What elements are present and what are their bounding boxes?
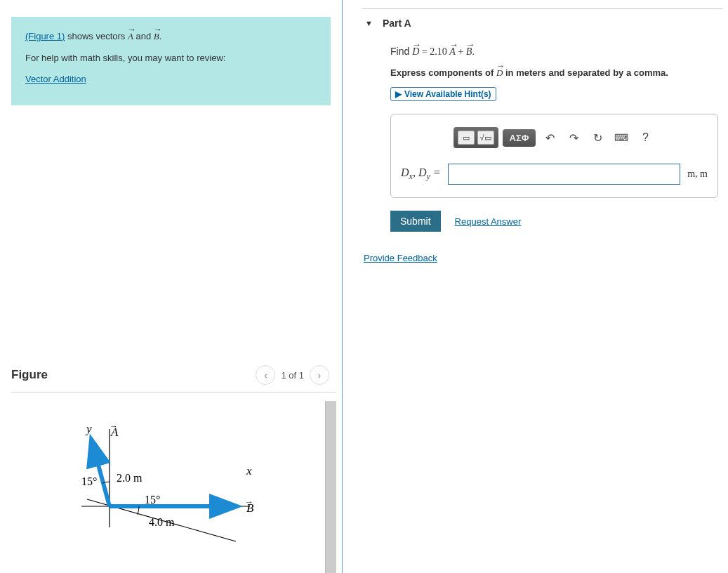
left-pane: (Figure 1) shows vectors A and B. For he… xyxy=(0,0,343,573)
redo-button[interactable]: ↷ xyxy=(564,128,583,147)
undo-button[interactable]: ↶ xyxy=(540,128,560,147)
vector-B-symbol-2: B xyxy=(466,46,472,58)
fraction-icon: ▭ xyxy=(458,131,475,145)
vector-A-symbol: A xyxy=(128,28,133,46)
keyboard-button[interactable]: ⌨ xyxy=(611,128,631,147)
submit-row: Submit Request Answer xyxy=(390,211,718,232)
provide-feedback-link[interactable]: Provide Feedback xyxy=(362,253,437,263)
vector-addition-link[interactable]: Vector Addition xyxy=(25,74,86,84)
answer-input[interactable] xyxy=(448,164,681,185)
svg-text:→: → xyxy=(245,497,253,507)
figure-svg: y x A → B → 2.0 m 4.0 m 15° 15° xyxy=(11,401,325,573)
find-line: Find D = 2.10 A + B. xyxy=(390,46,718,58)
hints-chevron-icon: ▶ xyxy=(395,89,402,99)
B-angle: 15° xyxy=(145,494,160,506)
axis-x-label: x xyxy=(246,464,252,477)
submit-button[interactable]: Submit xyxy=(390,211,441,232)
answer-toolbar: ▭ √▭ ΑΣΦ ↶ ↷ ↻ ⌨ ? xyxy=(401,127,708,148)
part-a-label: Part A xyxy=(383,18,411,29)
help-button[interactable]: ? xyxy=(635,128,655,147)
express-prefix: Express components of xyxy=(390,67,496,78)
find-prefix: Find xyxy=(390,46,412,57)
view-hints-button[interactable]: ▶ View Available Hint(s) xyxy=(390,87,496,101)
request-answer-link[interactable]: Request Answer xyxy=(455,216,522,227)
info-box: (Figure 1) shows vectors A and B. For he… xyxy=(11,17,331,105)
equals-coeff: = 2.10 xyxy=(419,46,449,57)
axis-y-label: y xyxy=(85,422,92,435)
reset-button[interactable]: ↻ xyxy=(588,128,607,147)
figure-header: Figure ‹ 1 of 1 › xyxy=(11,365,336,393)
right-pane: ▼ Part A Find D = 2.10 A + B. Express co… xyxy=(343,0,728,573)
units-label: m, m xyxy=(687,169,708,180)
part-a-header[interactable]: ▼ Part A xyxy=(365,18,728,29)
svg-line-3 xyxy=(92,442,110,506)
greek-tool-button[interactable]: ΑΣΦ xyxy=(503,129,536,147)
question-block: Find D = 2.10 A + B. Express components … xyxy=(390,46,728,232)
pager-prev-button[interactable]: ‹ xyxy=(256,365,275,385)
B-magnitude: 4.0 m xyxy=(149,516,175,528)
root-icon: √▭ xyxy=(477,131,494,145)
vector-D-symbol: D xyxy=(412,46,419,58)
figure-1-link[interactable]: (Figure 1) xyxy=(25,31,65,41)
info-shows: shows vectors xyxy=(65,31,128,41)
pager-label: 1 of 1 xyxy=(281,370,304,381)
pager-next-button[interactable]: › xyxy=(310,365,329,385)
vector-B-symbol: B xyxy=(154,28,159,46)
info-and: and xyxy=(133,31,154,41)
answer-row: Dx, Dy = m, m xyxy=(401,164,708,185)
collapse-icon: ▼ xyxy=(365,19,373,27)
figure-area: y x A → B → 2.0 m 4.0 m 15° 15° xyxy=(11,401,336,573)
figure-pager: ‹ 1 of 1 › xyxy=(256,365,329,385)
vector-D-symbol-2: D xyxy=(496,67,503,79)
express-suffix: in meters and separated by a comma. xyxy=(503,67,668,78)
A-angle: 15° xyxy=(81,475,97,487)
answer-label: Dx, Dy = xyxy=(401,166,441,182)
hints-label: View Available Hint(s) xyxy=(404,89,491,99)
vector-A-symbol-2: A xyxy=(449,46,456,58)
figure-scrollbar[interactable] xyxy=(325,401,336,573)
svg-text:→: → xyxy=(110,421,118,431)
express-line: Express components of D in meters and se… xyxy=(390,67,718,79)
top-divider xyxy=(362,8,722,9)
help-text: For help with math skills, you may want … xyxy=(25,50,317,67)
answer-box: ▭ √▭ ΑΣΦ ↶ ↷ ↻ ⌨ ? Dx, Dy = xyxy=(390,114,718,198)
template-tool-group[interactable]: ▭ √▭ xyxy=(454,127,498,148)
A-magnitude: 2.0 m xyxy=(117,472,143,484)
figure-title: Figure xyxy=(11,368,48,382)
greek-label: ΑΣΦ xyxy=(507,133,532,143)
